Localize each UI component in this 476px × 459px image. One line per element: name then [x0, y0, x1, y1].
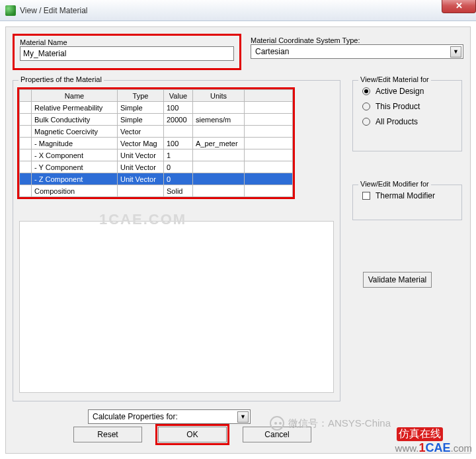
coord-group: Material Coordinate System Type: Cartesi…: [251, 36, 463, 59]
cell-extra: [245, 126, 293, 138]
material-name-input[interactable]: [20, 46, 234, 61]
cell-extra: [245, 114, 293, 126]
header-units[interactable]: Units: [193, 90, 245, 102]
material-name-group: Material Name: [13, 34, 241, 70]
cell-type[interactable]: Vector: [118, 126, 164, 138]
cell-name[interactable]: - X Component: [32, 149, 118, 161]
cell-extra: [245, 138, 293, 149]
cell-units[interactable]: A_per_meter: [193, 138, 245, 149]
radio-option[interactable]: All Products: [362, 117, 461, 126]
table-row[interactable]: - Y ComponentUnit Vector0: [20, 161, 293, 173]
cell-extra: [245, 102, 293, 114]
cell-extra: [245, 161, 293, 173]
cell-units[interactable]: [193, 185, 245, 197]
radio-option[interactable]: Active Design: [362, 87, 461, 96]
cell-units[interactable]: [193, 173, 245, 185]
radio-option[interactable]: This Product: [362, 102, 461, 111]
watermark-text: 1CAE.COM: [99, 211, 186, 228]
table-row[interactable]: Magnetic CoercivityVector: [20, 126, 293, 138]
properties-table[interactable]: Name Type Value Units Relative Permeabil…: [19, 89, 293, 197]
coord-value: Cartesian: [255, 47, 289, 56]
cell-units[interactable]: siemens/m: [193, 114, 245, 126]
properties-whitespace: 1CAE.COM: [19, 221, 334, 393]
cell-value[interactable]: 100: [164, 102, 193, 114]
table-row[interactable]: Bulk ConductivitySimple20000siemens/m: [20, 114, 293, 126]
properties-legend: Properties of the Material: [19, 75, 104, 83]
cell-name[interactable]: Composition: [32, 185, 118, 197]
coord-label: Material Coordinate System Type:: [251, 36, 463, 44]
cell-units[interactable]: [193, 102, 245, 114]
cell-name[interactable]: Relative Permeability: [32, 102, 118, 114]
cell-type[interactable]: Simple: [118, 102, 164, 114]
header-extra: [245, 90, 293, 102]
row-head: [20, 149, 32, 161]
cell-name[interactable]: - Magnitude: [32, 138, 118, 149]
cell-units[interactable]: [193, 149, 245, 161]
row-head: [20, 126, 32, 138]
ok-button[interactable]: OK: [158, 427, 227, 442]
row-head: [20, 173, 32, 185]
header-type[interactable]: Type: [118, 90, 164, 102]
calculate-properties-row: Calculate Properties for: ▼: [88, 409, 251, 424]
table-header-row: Name Type Value Units: [20, 90, 293, 102]
checkbox-icon[interactable]: [362, 192, 370, 200]
cell-value[interactable]: 100: [164, 138, 193, 149]
row-head: [20, 161, 32, 173]
row-head: [20, 185, 32, 197]
header-blank: [20, 90, 32, 102]
cell-extra: [245, 173, 293, 185]
table-row[interactable]: - Z ComponentUnit Vector0: [20, 173, 293, 185]
cell-type[interactable]: Unit Vector: [118, 149, 164, 161]
cell-value[interactable]: 20000: [164, 114, 193, 126]
cell-value[interactable]: 0: [164, 173, 193, 185]
table-row[interactable]: Relative PermeabilitySimple100: [20, 102, 293, 114]
ok-highlight: OK: [155, 424, 229, 445]
cell-type[interactable]: [118, 185, 164, 197]
cell-name[interactable]: Magnetic Coercivity: [32, 126, 118, 138]
cell-type[interactable]: Unit Vector: [118, 161, 164, 173]
view-edit-for-fieldset: View/Edit Material for Active DesignThis…: [352, 80, 462, 151]
cell-name[interactable]: - Y Component: [32, 161, 118, 173]
cell-name[interactable]: Bulk Conductivity: [32, 114, 118, 126]
header-value[interactable]: Value: [164, 90, 193, 102]
view-edit-for-legend: View/Edit Material for: [358, 75, 431, 83]
radio-icon[interactable]: [362, 103, 370, 110]
cell-type[interactable]: Simple: [118, 114, 164, 126]
brand-badge: 仿真在线: [397, 427, 443, 441]
validate-material-button[interactable]: Validate Material: [363, 272, 432, 288]
cell-name[interactable]: - Z Component: [32, 173, 118, 185]
table-row[interactable]: - X ComponentUnit Vector1: [20, 149, 293, 161]
table-row[interactable]: CompositionSolid: [20, 185, 293, 197]
cell-value[interactable]: [164, 126, 193, 138]
dialog-body: Material Name Material Coordinate System…: [5, 26, 471, 454]
cell-value[interactable]: Solid: [164, 185, 193, 197]
view-edit-modifier-fieldset: View/Edit Modifier for Thermal Modifier: [352, 185, 462, 220]
properties-fieldset: Properties of the Material Name Type Val…: [13, 80, 340, 401]
row-head: [20, 138, 32, 149]
wechat-text: 微信号：ANSYS-China: [288, 417, 391, 430]
cell-type[interactable]: Unit Vector: [118, 173, 164, 185]
cell-type[interactable]: Vector Mag: [118, 138, 164, 149]
radio-icon[interactable]: [362, 87, 370, 95]
radio-label: Active Design: [376, 87, 424, 96]
radio-icon[interactable]: [362, 118, 370, 126]
cell-units[interactable]: [193, 126, 245, 138]
properties-table-wrap: Name Type Value Units Relative Permeabil…: [17, 87, 295, 199]
material-name-label: Material Name: [20, 38, 234, 46]
cell-value[interactable]: 0: [164, 161, 193, 173]
thermal-modifier-row[interactable]: Thermal Modifier: [362, 191, 461, 200]
window-title: View / Edit Material: [20, 6, 88, 15]
row-head: [20, 114, 32, 126]
cell-value[interactable]: 1: [164, 149, 193, 161]
close-button[interactable]: ✕: [442, 0, 476, 13]
chevron-down-icon: ▼: [237, 411, 249, 423]
header-name[interactable]: Name: [32, 90, 118, 102]
table-row[interactable]: - MagnitudeVector Mag100A_per_meter: [20, 138, 293, 149]
calculate-properties-select[interactable]: Calculate Properties for: ▼: [88, 409, 251, 424]
cell-units[interactable]: [193, 161, 245, 173]
reset-button[interactable]: Reset: [73, 427, 142, 442]
close-icon: ✕: [456, 1, 463, 11]
app-icon: [5, 5, 16, 16]
cell-extra: [245, 149, 293, 161]
coord-select[interactable]: Cartesian ▼: [251, 44, 463, 59]
